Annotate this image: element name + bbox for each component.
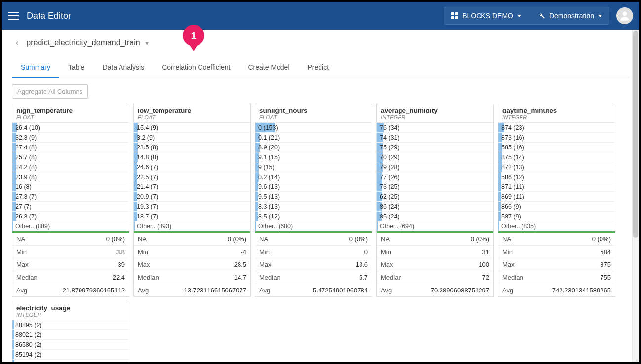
histogram-row[interactable]: 8.5 (12) <box>255 212 372 221</box>
histogram-row[interactable]: 24.6 (7) <box>134 162 250 172</box>
environment-pill[interactable]: Demonstration <box>528 7 609 25</box>
histogram-row[interactable]: 19.3 (7) <box>134 202 250 212</box>
callout-badge: 1 <box>183 25 204 46</box>
histogram-row[interactable]: 26.4 (10) <box>12 123 129 133</box>
histogram-row[interactable]: 85 (24) <box>377 212 493 221</box>
tab-table[interactable]: Table <box>59 58 93 78</box>
histogram-row[interactable]: 70 (29) <box>377 152 493 162</box>
tab-create-model[interactable]: Create Model <box>239 58 298 78</box>
stat-value: 0 (0%) <box>228 235 246 243</box>
tab-predict[interactable]: Predict <box>299 58 338 78</box>
histogram-row[interactable]: 0 (153) <box>255 123 372 133</box>
stat-row: Max100 <box>377 258 493 271</box>
histogram-row[interactable]: 866 (9) <box>498 202 615 212</box>
histogram-row[interactable]: 875 (14) <box>498 152 615 162</box>
histogram-row[interactable]: 8.9 (20) <box>255 143 372 152</box>
stat-row: NA0 (0%) <box>377 233 493 246</box>
histogram-row[interactable]: 21.4 (7) <box>134 182 250 192</box>
column-type: FLOAT <box>259 114 368 120</box>
histogram-row[interactable]: 18.7 (7) <box>134 212 250 221</box>
stat-value: 39 <box>118 261 125 268</box>
vertical-scrollbar[interactable] <box>632 30 639 362</box>
aggregate-all-columns-button[interactable]: Aggregate All Columns <box>12 84 88 99</box>
stat-value: 5.47254901960784 <box>313 287 368 294</box>
tab-data-analysis[interactable]: Data Analysis <box>93 58 153 78</box>
histogram-other-row[interactable]: Other.. (694) <box>377 221 493 231</box>
histogram-row[interactable]: 77015 (2) <box>12 360 129 364</box>
histogram-row[interactable]: 585 (16) <box>498 143 615 152</box>
histogram-row[interactable]: 27.4 (8) <box>12 143 129 152</box>
user-avatar[interactable] <box>616 7 633 24</box>
stat-value: 21.879979360165112 <box>62 287 125 294</box>
histogram-row[interactable]: 9.5 (13) <box>255 192 372 202</box>
histogram-row[interactable]: 873 (16) <box>498 133 615 143</box>
histogram-list: 88895 (2)88021 (2)86580 (2)85194 (2)7701… <box>12 320 129 364</box>
histogram-row[interactable]: 24.2 (8) <box>12 162 129 172</box>
histogram-other-row[interactable]: Other.. (893) <box>134 221 250 231</box>
column-cards-row: high_temperatureFLOAT26.4 (10)32.3 (9)27… <box>12 104 629 364</box>
column-type: INTEGER <box>502 114 611 120</box>
histogram-row[interactable]: 872 (13) <box>498 162 615 172</box>
histogram-row[interactable]: 79 (28) <box>377 162 493 172</box>
stat-row: Min31 <box>377 246 493 258</box>
histogram-other-row[interactable]: Other.. (680) <box>255 221 372 231</box>
histogram-row[interactable]: 73 (25) <box>377 182 493 192</box>
histogram-row[interactable]: 23.5 (8) <box>134 143 250 152</box>
histogram-row[interactable]: 22.5 (7) <box>134 172 250 182</box>
histogram-row[interactable]: 74 (31) <box>377 133 493 143</box>
histogram-row[interactable]: 75 (29) <box>377 143 493 152</box>
tab-correlation-coefficient[interactable]: Correlation Coefficient <box>153 58 239 78</box>
histogram-row[interactable]: 88895 (2) <box>12 320 129 330</box>
histogram-row[interactable]: 77 (26) <box>377 172 493 182</box>
project-pill[interactable]: BLOCKS DEMO <box>444 7 528 25</box>
histogram-other-row[interactable]: Other.. (835) <box>498 221 615 231</box>
histogram-row[interactable]: 14.8 (8) <box>134 152 250 162</box>
histogram-row[interactable]: 16 (8) <box>12 182 129 192</box>
histogram-row[interactable]: 86580 (2) <box>12 340 129 350</box>
histogram-row[interactable]: 871 (11) <box>498 182 615 192</box>
histogram-row[interactable]: 27 (7) <box>12 202 129 212</box>
histogram-row[interactable]: 0.2 (14) <box>255 172 372 182</box>
histogram-row[interactable]: 88021 (2) <box>12 330 129 340</box>
histogram-row[interactable]: 27.3 (7) <box>12 192 129 202</box>
histogram-row[interactable]: 85194 (2) <box>12 350 129 360</box>
histogram-row[interactable]: 9.1 (15) <box>255 152 372 162</box>
dataset-name[interactable]: predict_electricity_demand_train ▼ <box>26 38 150 47</box>
histogram-row[interactable]: 32.3 (9) <box>12 133 129 143</box>
stat-label: Min <box>259 248 270 255</box>
histogram-other-row[interactable]: Other.. (889) <box>12 221 129 231</box>
scrollbar-thumb[interactable] <box>633 31 638 238</box>
histogram-row[interactable]: 26.3 (7) <box>12 212 129 221</box>
stat-value: 72 <box>482 274 489 281</box>
histogram-row[interactable]: 874 (23) <box>498 123 615 133</box>
histogram-row[interactable]: 62 (25) <box>377 192 493 202</box>
histogram-row[interactable]: 9 (15) <box>255 162 372 172</box>
stat-row: Median5.7 <box>255 271 372 284</box>
histogram-row[interactable]: 586 (12) <box>498 172 615 182</box>
stats-block: NA0 (0%)Min0Max13.6Median5.7Avg5.4725490… <box>255 233 372 296</box>
tab-summary[interactable]: Summary <box>12 58 59 78</box>
histogram-row[interactable]: 23.9 (8) <box>12 172 129 182</box>
histogram-row[interactable]: 15.4 (9) <box>134 123 250 133</box>
stat-row: Median22.4 <box>12 271 129 284</box>
histogram-row[interactable]: 20.9 (7) <box>134 192 250 202</box>
stat-row: Min584 <box>498 246 615 258</box>
back-chevron-icon[interactable]: ‹ <box>13 36 21 49</box>
stat-value: 584 <box>600 248 611 255</box>
histogram-row[interactable]: 869 (11) <box>498 192 615 202</box>
stat-label: Avg <box>16 287 27 294</box>
stat-value: 3.8 <box>116 248 125 255</box>
histogram-row[interactable]: 3.2 (9) <box>134 133 250 143</box>
histogram-row[interactable]: 76 (34) <box>377 123 493 133</box>
column-type: INTEGER <box>381 114 489 120</box>
histogram-row[interactable]: 25.7 (8) <box>12 152 129 162</box>
histogram-row[interactable]: 9.6 (13) <box>255 182 372 192</box>
stat-label: NA <box>381 235 390 243</box>
histogram-row[interactable]: 0.1 (21) <box>255 133 372 143</box>
histogram-row[interactable]: 8.3 (13) <box>255 202 372 212</box>
histogram-row[interactable]: 86 (24) <box>377 202 493 212</box>
menu-icon[interactable] <box>8 12 19 20</box>
stat-row: Max28.5 <box>134 258 250 271</box>
histogram-row[interactable]: 587 (9) <box>498 212 615 221</box>
top-bar: Data Editor BLOCKS DEMO Demonstration <box>2 2 639 30</box>
